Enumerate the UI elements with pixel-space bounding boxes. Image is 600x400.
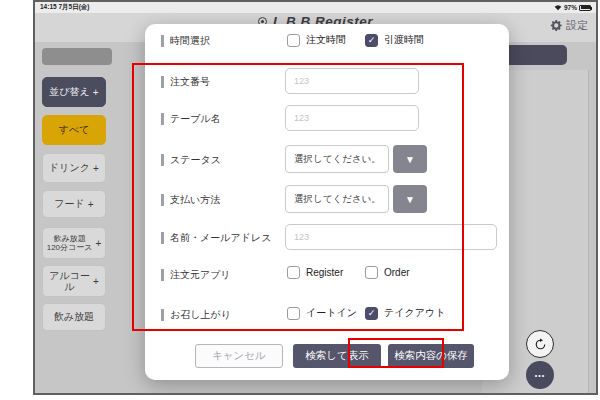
checkbox-label: 注文時間 xyxy=(306,33,346,47)
checkbox-icon: ✓ xyxy=(287,34,300,47)
checkbox-label: イートイン xyxy=(306,306,357,320)
sidebar-item-label: ドリンク xyxy=(49,161,90,175)
sidebar-item-label: すべて xyxy=(59,123,90,137)
field-label-order-app: 注文元アプリ xyxy=(161,268,231,282)
settings-button[interactable]: 設定 xyxy=(550,18,588,33)
checkbox-order-time[interactable]: ✓ 注文時間 xyxy=(287,33,346,47)
field-label-name-email: 名前・メールアドレス xyxy=(161,231,271,245)
label-marker xyxy=(161,309,164,321)
plus-icon: + xyxy=(93,163,99,174)
label-marker xyxy=(161,232,164,244)
status-datetime: 14:15 7月5日(金) xyxy=(40,3,90,12)
checkbox-icon: ✓ xyxy=(365,266,378,279)
checkbox-handover-time[interactable]: ✓ 引渡時間 xyxy=(365,33,424,47)
checkbox-order[interactable]: ✓ Order xyxy=(365,266,410,279)
status-select[interactable]: 選択してください。 xyxy=(285,145,389,173)
checkbox-label: 引渡時間 xyxy=(384,33,424,47)
label-marker xyxy=(161,113,164,125)
chevron-down-icon: ▼ xyxy=(405,194,415,205)
checkbox-register[interactable]: ✓ Register xyxy=(287,266,343,279)
payment-select-arrow-button[interactable]: ▼ xyxy=(393,185,427,213)
checkbox-label: Order xyxy=(384,267,410,278)
label-marker xyxy=(161,76,164,88)
label-marker xyxy=(161,194,164,206)
save-search-button[interactable]: 検索内容の保存 xyxy=(388,344,474,368)
rotate-button[interactable] xyxy=(526,330,554,358)
plus-icon: + xyxy=(88,199,94,210)
label-marker xyxy=(161,35,164,47)
status-right: 97% xyxy=(554,4,591,11)
plus-icon: + xyxy=(95,238,101,249)
gear-icon xyxy=(550,19,563,32)
sidebar-item-nomihodai-120[interactable]: 飲み放題120分コース + xyxy=(42,227,106,259)
sidebar-item-sort[interactable]: 並び替え + xyxy=(42,77,106,107)
sidebar-item-nomihodai[interactable]: 飲み放題 xyxy=(42,303,106,331)
field-label-order-number: 注文番号 xyxy=(161,75,210,89)
rotate-icon xyxy=(534,338,547,351)
status-select-arrow-button[interactable]: ▼ xyxy=(393,145,427,173)
battery-icon xyxy=(579,5,591,11)
plus-icon: + xyxy=(93,276,99,287)
checkbox-icon: ✓ xyxy=(287,307,300,320)
field-label-dining: お召し上がり xyxy=(161,308,231,322)
status-bar: 14:15 7月5日(金) 97% xyxy=(35,2,596,13)
checkbox-eat-in[interactable]: ✓ イートイン xyxy=(287,306,357,320)
ellipsis-icon: ••• xyxy=(535,372,545,379)
search-filter-dialog: 時間選択 ✓ 注文時間 ✓ 引渡時間 注文番号 テーブル名 xyxy=(145,24,509,380)
battery-percent: 97% xyxy=(564,4,577,11)
checkbox-icon: ✓ xyxy=(365,307,378,320)
sidebar-item-label: 飲み放題 xyxy=(54,310,94,324)
sidebar-item-label: 並び替え xyxy=(49,85,89,99)
label-marker xyxy=(161,269,164,281)
field-label-table-name: テーブル名 xyxy=(161,112,221,126)
background-tab-pill xyxy=(42,48,112,65)
chevron-down-icon: ▼ xyxy=(405,154,415,165)
plus-icon: + xyxy=(93,87,99,98)
sidebar-item-alcohol[interactable]: アルコール + xyxy=(42,265,106,297)
checkbox-icon: ✓ xyxy=(365,34,378,47)
checkbox-icon: ✓ xyxy=(287,266,300,279)
search-display-button[interactable]: 検索して表示 xyxy=(293,344,381,368)
more-button[interactable]: ••• xyxy=(526,361,554,389)
payment-select-value: 選択してください。 xyxy=(294,193,381,206)
settings-label: 設定 xyxy=(566,18,588,33)
order-number-input[interactable] xyxy=(285,68,419,94)
field-label-status: ステータス xyxy=(161,153,221,167)
wifi-icon xyxy=(554,4,562,11)
sidebar-item-label: 飲み放題120分コース xyxy=(47,234,93,252)
sidebar-item-label: アルコール xyxy=(49,270,90,293)
status-select-value: 選択してください。 xyxy=(294,153,381,166)
sidebar-item-food[interactable]: フード + xyxy=(42,190,106,218)
sidebar-item-label: フード xyxy=(54,197,84,211)
cancel-button[interactable]: キャンセル xyxy=(195,344,283,368)
label-marker xyxy=(161,154,164,166)
screen: 14:15 7月5日(金) 97% L.B.B Register 設定 xyxy=(0,0,600,400)
sidebar-item-all[interactable]: すべて xyxy=(42,115,106,145)
name-email-input[interactable] xyxy=(285,224,497,250)
table-name-input[interactable] xyxy=(285,105,419,131)
field-label-payment: 支払い方法 xyxy=(161,193,220,207)
checkbox-label: Register xyxy=(306,267,343,278)
app-frame: 14:15 7月5日(金) 97% L.B.B Register 設定 xyxy=(33,0,598,395)
checkbox-label: テイクアウト xyxy=(384,306,445,320)
field-label-time: 時間選択 xyxy=(161,34,210,48)
sidebar-item-drink[interactable]: ドリンク + xyxy=(42,153,106,183)
checkbox-takeout[interactable]: ✓ テイクアウト xyxy=(365,306,445,320)
payment-select[interactable]: 選択してください。 xyxy=(285,185,389,213)
